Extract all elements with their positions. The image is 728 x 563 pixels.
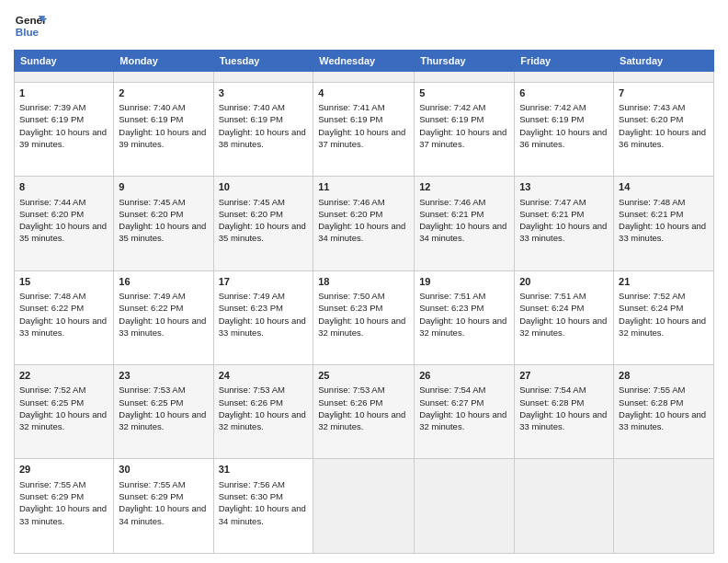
- calendar-cell: 27Sunrise: 7:54 AMSunset: 6:28 PMDayligh…: [515, 365, 614, 459]
- sunset-text: Sunset: 6:25 PM: [119, 396, 208, 408]
- daylight-text: Daylight: 10 hours and 32 minutes.: [318, 315, 409, 339]
- daylight-text: Daylight: 10 hours and 37 minutes.: [318, 126, 409, 151]
- sunset-text: Sunset: 6:19 PM: [419, 113, 509, 125]
- sunset-text: Sunset: 6:26 PM: [318, 396, 409, 408]
- sunrise-text: Sunrise: 7:54 AM: [419, 384, 509, 396]
- sunset-text: Sunset: 6:22 PM: [119, 302, 208, 314]
- sunset-text: Sunset: 6:22 PM: [19, 302, 108, 314]
- daylight-text: Daylight: 10 hours and 32 minutes.: [419, 408, 509, 433]
- daylight-text: Daylight: 10 hours and 33 minutes.: [19, 315, 108, 339]
- daylight-text: Daylight: 10 hours and 32 minutes.: [119, 408, 208, 433]
- sunset-text: Sunset: 6:21 PM: [519, 208, 609, 220]
- calendar-cell: [15, 72, 114, 83]
- daylight-text: Daylight: 10 hours and 39 minutes.: [119, 126, 208, 151]
- sunset-text: Sunset: 6:19 PM: [519, 113, 609, 125]
- sunrise-text: Sunrise: 7:40 AM: [119, 101, 208, 113]
- sunset-text: Sunset: 6:24 PM: [519, 302, 609, 314]
- sunset-text: Sunset: 6:20 PM: [619, 113, 709, 125]
- calendar-cell: [614, 459, 714, 554]
- day-number: 14: [619, 180, 709, 194]
- day-number: 25: [318, 369, 409, 383]
- calendar-cell: [313, 459, 415, 554]
- daylight-text: Daylight: 10 hours and 32 minutes.: [318, 408, 409, 433]
- calendar-cell: 1Sunrise: 7:39 AMSunset: 6:19 PMDaylight…: [15, 82, 114, 176]
- sunset-text: Sunset: 6:20 PM: [318, 208, 409, 220]
- sunset-text: Sunset: 6:21 PM: [619, 208, 709, 220]
- sunset-text: Sunset: 6:19 PM: [318, 113, 409, 125]
- day-number: 5: [419, 86, 509, 100]
- day-number: 4: [318, 86, 409, 100]
- day-number: 12: [419, 180, 509, 194]
- sunrise-text: Sunrise: 7:55 AM: [119, 478, 208, 490]
- daylight-text: Daylight: 10 hours and 33 minutes.: [519, 220, 609, 245]
- sunset-text: Sunset: 6:28 PM: [519, 396, 609, 408]
- daylight-text: Daylight: 10 hours and 32 minutes.: [219, 408, 309, 433]
- sunrise-text: Sunrise: 7:45 AM: [219, 196, 309, 208]
- day-number: 11: [318, 180, 409, 194]
- daylight-text: Daylight: 10 hours and 34 minutes.: [318, 220, 409, 245]
- daylight-text: Daylight: 10 hours and 34 minutes.: [219, 502, 309, 527]
- day-header-tuesday: Tuesday: [213, 51, 313, 72]
- sunrise-text: Sunrise: 7:51 AM: [419, 290, 509, 302]
- day-number: 26: [419, 369, 509, 383]
- sunset-text: Sunset: 6:23 PM: [219, 302, 309, 314]
- calendar-cell: 15Sunrise: 7:48 AMSunset: 6:22 PMDayligh…: [15, 270, 114, 364]
- sunset-text: Sunset: 6:29 PM: [119, 490, 208, 502]
- calendar-cell: 6Sunrise: 7:42 AMSunset: 6:19 PMDaylight…: [515, 82, 614, 176]
- calendar-cell: 31Sunrise: 7:56 AMSunset: 6:30 PMDayligh…: [213, 459, 313, 554]
- daylight-text: Daylight: 10 hours and 34 minutes.: [119, 502, 208, 527]
- calendar-cell: 3Sunrise: 7:40 AMSunset: 6:19 PMDaylight…: [213, 82, 313, 176]
- sunrise-text: Sunrise: 7:46 AM: [318, 196, 409, 208]
- calendar-week-row: 22Sunrise: 7:52 AMSunset: 6:25 PMDayligh…: [15, 365, 714, 459]
- sunrise-text: Sunrise: 7:52 AM: [619, 290, 709, 302]
- sunset-text: Sunset: 6:19 PM: [119, 113, 208, 125]
- calendar-cell: [515, 72, 614, 83]
- day-number: 10: [219, 180, 309, 194]
- day-number: 19: [419, 275, 509, 289]
- calendar-cell: 7Sunrise: 7:43 AMSunset: 6:20 PMDaylight…: [614, 82, 714, 176]
- day-number: 2: [119, 86, 208, 100]
- calendar-cell: 24Sunrise: 7:53 AMSunset: 6:26 PMDayligh…: [213, 365, 313, 459]
- daylight-text: Daylight: 10 hours and 33 minutes.: [219, 315, 309, 339]
- logo-icon: General Blue: [14, 9, 47, 42]
- day-number: 27: [519, 369, 609, 383]
- sunrise-text: Sunrise: 7:50 AM: [318, 290, 409, 302]
- sunrise-text: Sunrise: 7:55 AM: [619, 384, 709, 396]
- day-number: 13: [519, 180, 609, 194]
- sunrise-text: Sunrise: 7:42 AM: [419, 101, 509, 113]
- calendar-cell: 18Sunrise: 7:50 AMSunset: 6:23 PMDayligh…: [313, 270, 415, 364]
- calendar-week-row: 8Sunrise: 7:44 AMSunset: 6:20 PMDaylight…: [15, 177, 714, 270]
- day-number: 28: [619, 369, 709, 383]
- calendar-cell: [415, 459, 515, 554]
- day-number: 22: [19, 369, 108, 383]
- sunset-text: Sunset: 6:19 PM: [19, 113, 108, 125]
- sunrise-text: Sunrise: 7:48 AM: [19, 290, 108, 302]
- calendar-cell: 26Sunrise: 7:54 AMSunset: 6:27 PMDayligh…: [415, 365, 515, 459]
- sunrise-text: Sunrise: 7:53 AM: [119, 384, 208, 396]
- sunrise-text: Sunrise: 7:53 AM: [318, 384, 409, 396]
- calendar-week-row: [15, 72, 714, 83]
- calendar-cell: 4Sunrise: 7:41 AMSunset: 6:19 PMDaylight…: [313, 82, 415, 176]
- day-number: 1: [19, 86, 108, 100]
- sunset-text: Sunset: 6:20 PM: [19, 208, 108, 220]
- sunrise-text: Sunrise: 7:43 AM: [619, 101, 709, 113]
- day-number: 7: [619, 86, 709, 100]
- calendar-cell: 16Sunrise: 7:49 AMSunset: 6:22 PMDayligh…: [114, 270, 213, 364]
- sunset-text: Sunset: 6:23 PM: [318, 302, 409, 314]
- day-number: 8: [19, 180, 108, 194]
- sunset-text: Sunset: 6:30 PM: [219, 490, 309, 502]
- daylight-text: Daylight: 10 hours and 36 minutes.: [619, 126, 709, 151]
- day-number: 30: [119, 463, 208, 477]
- sunrise-text: Sunrise: 7:56 AM: [219, 478, 309, 490]
- calendar-cell: [114, 72, 213, 83]
- daylight-text: Daylight: 10 hours and 32 minutes.: [619, 315, 709, 339]
- sunrise-text: Sunrise: 7:52 AM: [19, 384, 108, 396]
- sunrise-text: Sunrise: 7:39 AM: [19, 101, 108, 113]
- day-header-sunday: Sunday: [15, 51, 114, 72]
- daylight-text: Daylight: 10 hours and 33 minutes.: [619, 408, 709, 433]
- daylight-text: Daylight: 10 hours and 39 minutes.: [19, 126, 108, 151]
- calendar-cell: 29Sunrise: 7:55 AMSunset: 6:29 PMDayligh…: [15, 459, 114, 554]
- day-number: 18: [318, 275, 409, 289]
- sunrise-text: Sunrise: 7:45 AM: [119, 196, 208, 208]
- sunset-text: Sunset: 6:24 PM: [619, 302, 709, 314]
